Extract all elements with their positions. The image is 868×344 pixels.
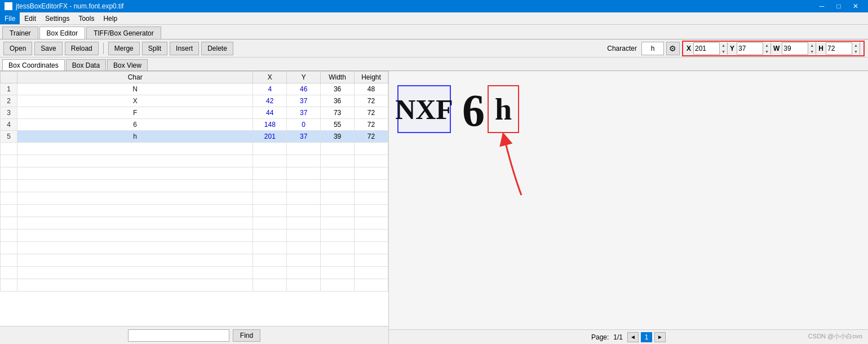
minimize-button[interactable]: ─	[814, 0, 830, 12]
x-val-1: 42	[253, 95, 287, 107]
status-bar: Page: 1/1 ◄ 1 ► CSDN @小小白ovo	[389, 329, 868, 344]
x-val-0: 4	[253, 83, 287, 95]
x-val-3: 148	[253, 119, 287, 131]
search-input[interactable]	[128, 329, 229, 342]
x-val-2: 44	[253, 107, 287, 119]
char-val-4: h	[17, 131, 253, 143]
w-spin-up[interactable]: ▲	[808, 42, 816, 48]
toolbar: Open Save Reload Merge Split Insert Dele…	[0, 39, 868, 58]
table-row[interactable]: 2 X 42 37 36 72	[1, 95, 388, 107]
col-width: Width	[321, 72, 355, 83]
x-val-4: 201	[253, 131, 287, 143]
table-row[interactable]: 3 F 44 37 73 72	[1, 107, 388, 119]
table-row-empty	[1, 254, 388, 267]
y-spin-down[interactable]: ▼	[763, 48, 770, 55]
menu-help[interactable]: Help	[99, 12, 122, 24]
y-input[interactable]	[737, 43, 763, 54]
table-row[interactable]: 5 h 201 37 39 72	[1, 131, 388, 143]
table-row-empty	[1, 230, 388, 242]
height-val-0: 48	[355, 83, 388, 95]
h-spin-up[interactable]: ▲	[852, 42, 860, 48]
menu-file[interactable]: File	[0, 12, 20, 24]
height-val-2: 72	[355, 107, 388, 119]
y-spin-up[interactable]: ▲	[763, 42, 770, 48]
w-input[interactable]	[782, 43, 808, 54]
width-val-2: 73	[321, 107, 355, 119]
open-button[interactable]: Open	[3, 42, 32, 55]
nxf-box: NXF	[397, 85, 451, 133]
col-y: Y	[287, 72, 321, 83]
sub-tab-box-data[interactable]: Box Data	[66, 59, 106, 70]
tab-tiff-box-generator[interactable]: TIFF/Box Generator	[86, 27, 161, 39]
h-spin-arrows: ▲ ▼	[852, 42, 860, 55]
sub-tab-box-coordinates[interactable]: Box Coordinates	[2, 59, 65, 70]
y-val-4: 37	[287, 131, 321, 143]
split-button[interactable]: Split	[142, 42, 167, 55]
menu-settings[interactable]: Settings	[41, 12, 74, 24]
table-row-empty	[1, 143, 388, 155]
gear-button[interactable]: ⚙	[666, 42, 680, 55]
char-val-2: F	[17, 107, 253, 119]
y-val-3: 0	[287, 119, 321, 131]
left-panel: Char X Y Width Height 1 N 4 46 36 48	[0, 71, 389, 344]
page-label: Page:	[591, 333, 609, 341]
char-val-0: N	[17, 83, 253, 95]
y-val-2: 37	[287, 107, 321, 119]
width-val-3: 55	[321, 119, 355, 131]
page-next-button[interactable]: ►	[654, 332, 666, 342]
insert-button[interactable]: Insert	[170, 42, 199, 55]
tab-box-editor[interactable]: Box Editor	[39, 27, 85, 39]
w-spin-down[interactable]: ▼	[808, 48, 816, 55]
table-row-empty	[1, 217, 388, 230]
w-input-wrap: ▲ ▼	[782, 42, 816, 55]
nxf-chars: NXF	[395, 93, 453, 126]
save-button[interactable]: Save	[34, 42, 62, 55]
delete-button[interactable]: Delete	[201, 42, 233, 55]
w-label: W	[773, 45, 780, 52]
red-arrow	[479, 127, 535, 202]
table-row-empty	[1, 167, 388, 180]
table-row[interactable]: 4 6 148 0 55 72	[1, 119, 388, 131]
find-button[interactable]: Find	[233, 329, 260, 342]
y-val-1: 37	[287, 95, 321, 107]
width-val-4: 39	[321, 131, 355, 143]
menu-edit[interactable]: Edit	[20, 12, 41, 24]
x-spin-down[interactable]: ▼	[720, 48, 727, 55]
row-num-0: 1	[1, 83, 17, 95]
menu-tools[interactable]: Tools	[74, 12, 99, 24]
x-spin-up[interactable]: ▲	[720, 42, 727, 48]
main-tab-strip: Trainer Box Editor TIFF/Box Generator	[0, 25, 868, 39]
watermark: CSDN @小小白ovo	[808, 332, 862, 341]
page-prev-button[interactable]: ◄	[627, 332, 639, 342]
table-row-empty	[1, 205, 388, 217]
maximize-button[interactable]: □	[831, 0, 847, 12]
char-label: Character	[607, 45, 637, 52]
row-num-1: 2	[1, 95, 17, 107]
x-input[interactable]	[694, 43, 719, 54]
tab-trainer[interactable]: Trainer	[2, 27, 38, 39]
reload-button[interactable]: Reload	[65, 42, 99, 55]
row-num-3: 4	[1, 119, 17, 131]
table-row[interactable]: 1 N 4 46 36 48	[1, 83, 388, 95]
col-char: Char	[17, 72, 253, 83]
h-input[interactable]	[826, 43, 852, 54]
col-height: Height	[355, 72, 388, 83]
close-button[interactable]: ✕	[848, 0, 863, 12]
table-row-empty	[1, 242, 388, 254]
toolbar-separator-1	[103, 43, 104, 54]
sub-tab-box-view[interactable]: Box View	[107, 59, 148, 70]
height-val-1: 72	[355, 95, 388, 107]
table-row-empty	[1, 192, 388, 205]
height-val-3: 72	[355, 119, 388, 131]
char-input[interactable]	[641, 42, 664, 55]
y-spin-arrows: ▲ ▼	[763, 42, 770, 55]
menu-bar: File Edit Settings Tools Help	[0, 12, 868, 25]
char-val-1: X	[17, 95, 253, 107]
col-rownum	[1, 72, 17, 83]
w-spin-arrows: ▲ ▼	[808, 42, 816, 55]
h-spin-down[interactable]: ▼	[852, 48, 860, 55]
arrow-svg	[479, 127, 535, 201]
big-six-container: 6	[462, 85, 485, 133]
page-current: 1	[641, 332, 652, 342]
merge-button[interactable]: Merge	[108, 42, 140, 55]
